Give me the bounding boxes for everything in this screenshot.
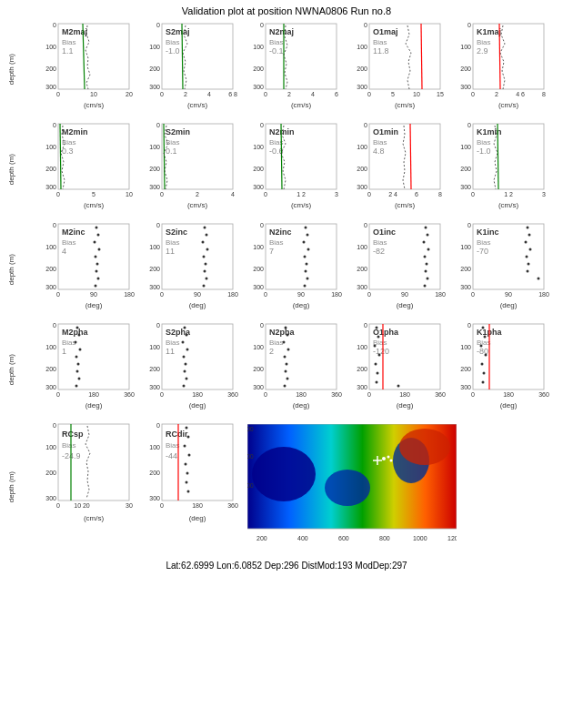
svg-point-379 bbox=[325, 470, 370, 506]
plot-m2pha: 0 100 200 300 0 180 360 M2pha Bias 1 bbox=[33, 320, 135, 419]
plot-n2maj: 0 100 200 300 0 2 4 6 N2maj Bias -0.1 (c… bbox=[240, 20, 342, 118]
svg-point-275 bbox=[183, 356, 186, 359]
svg-text:4: 4 bbox=[207, 91, 211, 97]
plot-svg-rcdir: 0 100 200 300 0 180 360 RCdir Bias -44 bbox=[136, 420, 238, 530]
svg-text:100: 100 bbox=[149, 444, 160, 450]
svg-text:90: 90 bbox=[194, 291, 201, 298]
svg-text:(deg): (deg) bbox=[189, 301, 206, 309]
svg-point-170 bbox=[206, 248, 209, 251]
svg-text:(cm/s): (cm/s) bbox=[84, 201, 105, 209]
svg-text:600: 600 bbox=[247, 515, 248, 526]
row-inc: depth (m) 0 100 200 300 0 90 180 M2inc bbox=[7, 220, 566, 318]
svg-text:0: 0 bbox=[264, 291, 267, 298]
svg-point-256 bbox=[76, 370, 79, 373]
svg-text:0: 0 bbox=[260, 122, 264, 128]
svg-text:4: 4 bbox=[311, 91, 315, 97]
svg-point-372 bbox=[186, 472, 189, 475]
plot-svg-k1maj: 0 100 200 300 0 2 4 6 8 K1maj Bias 2.9 (… bbox=[447, 20, 549, 118]
svg-text:10: 10 bbox=[413, 91, 420, 97]
svg-text:360: 360 bbox=[227, 502, 238, 509]
svg-text:1200: 1200 bbox=[447, 535, 457, 541]
svg-text:3: 3 bbox=[335, 191, 338, 197]
svg-text:3: 3 bbox=[542, 191, 546, 197]
svg-text:0: 0 bbox=[156, 22, 160, 28]
svg-text:100: 100 bbox=[149, 144, 160, 150]
svg-text:M2inc: M2inc bbox=[62, 228, 85, 237]
svg-text:0: 0 bbox=[56, 91, 60, 97]
svg-text:K1inc: K1inc bbox=[477, 228, 499, 237]
plot-k1pha: 0 100 200 300 0 180 360 K1pha Bias -80 bbox=[447, 320, 549, 419]
svg-text:200: 200 bbox=[460, 266, 471, 272]
svg-point-299 bbox=[286, 378, 289, 380]
plot-k1inc: 0 100 200 300 0 90 180 K1inc Bias -70 bbox=[447, 220, 549, 318]
svg-text:N2maj: N2maj bbox=[269, 27, 294, 36]
svg-text:300: 300 bbox=[253, 184, 264, 190]
svg-point-152 bbox=[96, 270, 98, 273]
svg-point-320 bbox=[376, 381, 378, 384]
svg-point-381 bbox=[399, 429, 450, 465]
svg-point-317 bbox=[378, 354, 381, 357]
svg-point-315 bbox=[377, 336, 380, 339]
svg-text:2: 2 bbox=[196, 191, 199, 197]
svg-point-231 bbox=[528, 234, 531, 237]
svg-text:(cm/s): (cm/s) bbox=[84, 514, 105, 522]
svg-point-168 bbox=[206, 234, 208, 237]
plot-s2inc: 0 100 200 300 0 90 180 S2inc Bias 11 bbox=[136, 220, 238, 318]
svg-point-237 bbox=[538, 278, 540, 280]
svg-text:200: 200 bbox=[357, 266, 367, 272]
svg-text:(deg): (deg) bbox=[500, 301, 518, 309]
svg-text:-120: -120 bbox=[373, 347, 389, 356]
svg-text:200: 200 bbox=[256, 535, 267, 541]
svg-text:100: 100 bbox=[253, 144, 264, 150]
svg-point-258 bbox=[75, 385, 78, 388]
plot-o1min: 0 100 200 300 0 2 4 6 8 O1min Bias 4.8 (… bbox=[344, 120, 446, 218]
svg-point-174 bbox=[206, 278, 208, 280]
svg-point-273 bbox=[182, 341, 185, 344]
svg-text:0: 0 bbox=[56, 502, 60, 509]
svg-text:0: 0 bbox=[260, 222, 264, 228]
svg-text:100: 100 bbox=[253, 44, 264, 50]
svg-text:Bias: Bias bbox=[166, 238, 180, 247]
svg-text:2 4: 2 4 bbox=[388, 191, 397, 197]
svg-text:180: 180 bbox=[88, 391, 99, 398]
svg-text:300: 300 bbox=[45, 84, 56, 90]
svg-text:(cm/s): (cm/s) bbox=[498, 201, 519, 209]
svg-text:0: 0 bbox=[367, 191, 371, 197]
svg-text:400: 400 bbox=[297, 535, 308, 541]
svg-text:2: 2 bbox=[184, 91, 187, 97]
svg-point-153 bbox=[97, 278, 100, 280]
svg-point-386 bbox=[390, 460, 393, 462]
page-title: Validation plot at position NWNA0806 Run… bbox=[0, 0, 573, 18]
svg-text:Bias: Bias bbox=[477, 339, 491, 347]
svg-point-297 bbox=[286, 363, 288, 366]
plot-svg-k1min: 0 100 200 300 0 1 2 3 K1min Bias -1.0 (c… bbox=[447, 120, 549, 218]
svg-point-319 bbox=[377, 372, 379, 375]
map-svg: 200 400 600 800 1000 600 600 400 200 120… bbox=[247, 424, 457, 551]
svg-text:200: 200 bbox=[357, 166, 367, 172]
svg-text:0: 0 bbox=[367, 291, 371, 298]
svg-text:M2min: M2min bbox=[62, 127, 88, 136]
svg-point-189 bbox=[307, 234, 309, 237]
svg-text:300: 300 bbox=[149, 184, 160, 190]
svg-text:(cm/s): (cm/s) bbox=[291, 101, 312, 109]
svg-point-338 bbox=[485, 354, 488, 357]
svg-point-316 bbox=[374, 345, 377, 348]
svg-point-371 bbox=[185, 463, 187, 466]
svg-point-292 bbox=[285, 327, 287, 329]
svg-text:360: 360 bbox=[435, 391, 446, 398]
svg-text:100: 100 bbox=[460, 44, 471, 50]
svg-point-213 bbox=[424, 256, 427, 258]
svg-text:Bias: Bias bbox=[269, 38, 284, 46]
svg-text:0: 0 bbox=[156, 222, 160, 228]
svg-point-277 bbox=[184, 370, 186, 373]
svg-text:0: 0 bbox=[471, 391, 475, 398]
svg-text:0: 0 bbox=[260, 22, 264, 28]
svg-text:300: 300 bbox=[45, 384, 56, 390]
svg-text:300: 300 bbox=[357, 84, 367, 90]
svg-text:100: 100 bbox=[460, 244, 471, 250]
svg-point-195 bbox=[307, 278, 309, 280]
svg-text:S2maj: S2maj bbox=[166, 27, 190, 36]
svg-text:K1maj: K1maj bbox=[477, 27, 501, 36]
svg-text:0: 0 bbox=[53, 122, 56, 128]
svg-text:90: 90 bbox=[505, 291, 512, 298]
